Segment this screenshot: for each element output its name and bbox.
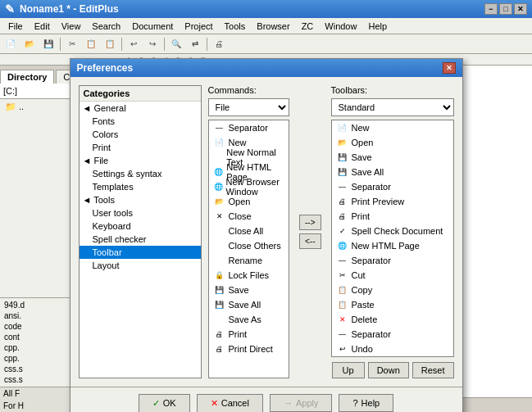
tb-copy-icon: 📋: [337, 284, 348, 296]
close-icon: ✕: [214, 211, 225, 222]
menu-document[interactable]: Document: [127, 20, 178, 33]
toolbar-save[interactable]: 💾: [39, 36, 57, 52]
ok-button[interactable]: ✓ OK: [139, 394, 190, 413]
menu-tools[interactable]: Tools: [220, 20, 251, 33]
toolbar-item-new[interactable]: 📄New: [332, 120, 453, 135]
toolbar-item-copy[interactable]: 📋Copy: [332, 283, 453, 297]
cat-item-spellchecker[interactable]: Spell checker: [80, 233, 201, 246]
maximize-button[interactable]: □: [499, 3, 512, 15]
toolbars-dropdown[interactable]: Standard HTML User: [331, 98, 454, 116]
menu-browser[interactable]: Browser: [252, 20, 294, 33]
toolbar-item-cut[interactable]: ✂Cut: [332, 268, 453, 283]
cmd-print-direct[interactable]: 🖨Print Direct: [209, 342, 289, 356]
toolbar-item-print[interactable]: 🖨Print: [332, 209, 453, 224]
up-button[interactable]: Up: [332, 362, 365, 378]
cat-item-usertools[interactable]: User tools: [80, 206, 201, 220]
toolbar-item-print-preview[interactable]: 🖨Print Preview: [332, 194, 453, 209]
menu-bar: File Edit View Search Document Project T…: [0, 18, 532, 34]
toolbar-separator-4: [207, 38, 207, 51]
tb-sep2-icon: —: [337, 255, 348, 266]
toolbar-item-delete[interactable]: ✕Delete: [332, 312, 453, 327]
toolbar-item-sep3[interactable]: —Separator: [332, 327, 453, 342]
dialog-title-bar: Preferences ✕: [70, 59, 462, 77]
toolbar-separator-3: [164, 38, 165, 51]
reset-button[interactable]: Reset: [412, 362, 454, 378]
cmd-lock[interactable]: 🔒Lock Files: [209, 268, 289, 283]
menu-zc[interactable]: ZC: [297, 20, 319, 33]
toolbar-new[interactable]: 📄: [2, 36, 20, 52]
cmd-separator-1[interactable]: —Separator: [209, 120, 289, 135]
toolbar-item-open[interactable]: 📂Open: [332, 135, 453, 150]
tb-open-icon: 📂: [337, 137, 348, 148]
ok-label: OK: [163, 398, 176, 408]
toolbar-paste[interactable]: 📋: [101, 36, 119, 52]
commands-list[interactable]: —Separator 📄New New Normal Text 🌐New HTM…: [208, 120, 290, 378]
cat-item-toolbar[interactable]: Toolbar: [80, 246, 201, 259]
cmd-save-all[interactable]: 💾Save All: [209, 297, 289, 312]
cat-item-file[interactable]: ◄ File: [80, 154, 201, 167]
cmd-new-browser[interactable]: 🌐New Browser Window: [209, 179, 289, 194]
cat-item-colors[interactable]: Colors: [80, 128, 201, 141]
cmd-close-others[interactable]: Close Others: [209, 238, 289, 253]
toolbar-item-sep2[interactable]: —Separator: [332, 253, 453, 268]
cat-item-print[interactable]: Print: [80, 141, 201, 154]
cat-item-settings[interactable]: Settings & syntax: [80, 167, 201, 180]
toolbar-item-paste[interactable]: 📋Paste: [332, 297, 453, 312]
toolbar-cut[interactable]: ✂: [63, 36, 81, 52]
tb-print-icon: 🖨: [337, 211, 348, 222]
dialog-close-button[interactable]: ✕: [443, 62, 456, 74]
toolbar-item-sep1[interactable]: —Separator: [332, 179, 453, 194]
lock-icon: 🔒: [214, 269, 225, 281]
dialog-body: Categories ◄ General Fonts Colors Print …: [70, 77, 462, 387]
toolbar-print[interactable]: 🖨: [210, 36, 228, 52]
cat-item-templates[interactable]: Templates: [80, 180, 201, 193]
toolbar-item-undo[interactable]: ↩Undo: [332, 342, 453, 356]
menu-search[interactable]: Search: [87, 20, 125, 33]
menu-window[interactable]: Window: [320, 20, 361, 33]
cmd-save-as[interactable]: Save As: [209, 312, 289, 327]
main-area: Directory Cliptex ◄ ► [C:] 📁 .. 949.d an…: [0, 66, 532, 412]
cat-item-general[interactable]: ◄ General: [80, 102, 201, 115]
toolbar-item-new-html[interactable]: 🌐New HTML Page: [332, 238, 453, 253]
cat-item-layout[interactable]: Layout: [80, 259, 201, 272]
toolbar-item-save[interactable]: 💾Save: [332, 150, 453, 165]
toolbar-copy[interactable]: 📋: [82, 36, 100, 52]
toolbars-section: Toolbars: Standard HTML User 📄New 📂Open …: [331, 85, 454, 378]
cmd-close-all[interactable]: Close All: [209, 224, 289, 238]
close-window-button[interactable]: ✕: [514, 3, 527, 15]
separator-icon: —: [214, 122, 225, 134]
cat-item-keyboard[interactable]: Keyboard: [80, 220, 201, 233]
remove-from-toolbar-button[interactable]: <--: [299, 233, 321, 249]
down-button[interactable]: Down: [368, 362, 409, 378]
commands-dropdown[interactable]: File Edit View Search Document: [208, 98, 290, 116]
cmd-close[interactable]: ✕Close: [209, 209, 289, 224]
toolbars-list[interactable]: 📄New 📂Open 💾Save 💾Save All —Separator 🖨P…: [331, 120, 454, 357]
cancel-button[interactable]: ✕ Cancel: [197, 394, 263, 413]
add-to-toolbar-button[interactable]: -->: [299, 215, 321, 230]
help-button[interactable]: ? Help: [339, 394, 393, 412]
toolbar-search[interactable]: 🔍: [167, 36, 185, 52]
cmd-print[interactable]: 🖨Print: [209, 327, 289, 342]
menu-project[interactable]: Project: [180, 20, 217, 33]
menu-help[interactable]: Help: [363, 20, 392, 33]
new-browser-icon: 🌐: [214, 181, 223, 192]
cat-item-fonts[interactable]: Fonts: [80, 115, 201, 128]
toolbar-redo[interactable]: ↪: [143, 36, 161, 52]
arrow-buttons: --> <--: [296, 85, 325, 378]
cmd-rename[interactable]: Rename: [209, 253, 289, 268]
menu-file[interactable]: File: [3, 20, 28, 33]
new-normal-icon: [214, 152, 224, 163]
toolbar-item-spell[interactable]: ✓Spell Check Document: [332, 224, 453, 238]
minimize-button[interactable]: −: [484, 3, 498, 15]
toolbar-open[interactable]: 📂: [20, 36, 39, 52]
toolbar-undo[interactable]: ↩: [125, 36, 143, 52]
menu-edit[interactable]: Edit: [30, 20, 55, 33]
cmd-save[interactable]: 💾Save: [209, 283, 289, 297]
preferences-dialog: Preferences ✕ Categories ◄ General Fonts…: [70, 58, 463, 413]
toolbar-replace[interactable]: ⇄: [186, 36, 204, 52]
toolbar-item-save-all[interactable]: 💾Save All: [332, 165, 453, 179]
menu-view[interactable]: View: [57, 20, 86, 33]
apply-button[interactable]: → Apply: [270, 394, 333, 412]
cat-item-tools[interactable]: ◄ Tools: [80, 193, 201, 206]
tb-spell-icon: ✓: [337, 225, 348, 237]
